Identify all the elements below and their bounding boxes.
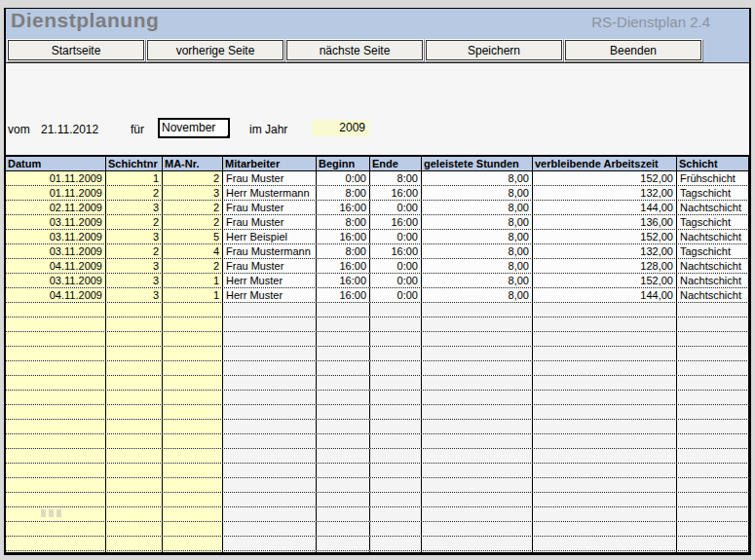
cell-mitarbeiter[interactable] [223, 449, 317, 463]
cell-arbeitszeit[interactable] [533, 405, 677, 419]
cell-arbeitszeit[interactable] [533, 551, 677, 552]
cell-beginn[interactable]: 16:00 [317, 274, 370, 287]
cell-ende[interactable] [370, 507, 422, 521]
cell-schichtnr[interactable] [106, 537, 163, 550]
cell-ma-nr[interactable]: 1 [163, 274, 223, 287]
cell-ende[interactable] [370, 420, 422, 433]
cell-schichtnr[interactable]: 3 [106, 274, 163, 287]
cell-schichtnr[interactable]: 2 [106, 215, 163, 229]
cell-ende[interactable] [370, 522, 422, 536]
cell-stunden[interactable]: 8,00 [422, 288, 533, 302]
cell-arbeitszeit[interactable] [533, 420, 677, 433]
cell-ende[interactable] [370, 391, 422, 404]
cell-schicht[interactable] [677, 478, 749, 492]
table-empty-row[interactable] [6, 464, 749, 478]
cell-ende[interactable] [370, 478, 422, 492]
cell-schichtnr[interactable] [106, 434, 163, 448]
cell-datum[interactable]: 01.11.2009 [6, 186, 106, 200]
cell-arbeitszeit[interactable] [533, 434, 677, 448]
cell-ma-nr[interactable] [163, 522, 223, 536]
cell-ma-nr[interactable] [163, 317, 223, 331]
cell-datum[interactable] [6, 361, 106, 375]
cell-ma-nr[interactable] [163, 464, 223, 477]
table-empty-row[interactable] [6, 391, 749, 405]
cell-schicht[interactable]: Nachtschicht [677, 201, 749, 214]
cell-stunden[interactable] [422, 332, 533, 346]
cell-mitarbeiter[interactable]: Frau Mustermann [223, 244, 317, 258]
cell-mitarbeiter[interactable] [223, 551, 317, 552]
table-empty-row[interactable] [6, 434, 749, 449]
cell-beginn[interactable] [317, 551, 370, 552]
cell-ma-nr[interactable]: 1 [163, 288, 223, 302]
table-row[interactable]: 03.11.2009 2 2 Frau Muster 8:00 16:00 8,… [6, 215, 749, 230]
cell-beginn[interactable] [317, 361, 370, 375]
cell-schicht[interactable] [677, 551, 749, 552]
cell-datum[interactable] [6, 391, 106, 404]
cell-stunden[interactable] [422, 361, 533, 375]
table-empty-row[interactable] [6, 332, 749, 347]
cell-ma-nr[interactable]: 4 [163, 244, 223, 258]
cell-schichtnr[interactable] [106, 464, 163, 477]
cell-ende[interactable] [370, 303, 422, 317]
month-cell[interactable]: November [158, 118, 230, 138]
cell-stunden[interactable] [422, 537, 533, 550]
cell-schicht[interactable] [677, 376, 749, 390]
cell-beginn[interactable] [317, 303, 370, 317]
table-empty-row[interactable] [6, 449, 749, 464]
cell-stunden[interactable] [422, 376, 533, 390]
cell-datum[interactable]: 04.11.2009 [6, 259, 106, 273]
cell-schichtnr[interactable] [106, 405, 163, 419]
cell-schicht[interactable] [677, 464, 749, 477]
cell-schichtnr[interactable] [106, 420, 163, 433]
table-row[interactable]: 03.11.2009 3 5 Herr Beispiel 16:00 0:00 … [6, 230, 749, 244]
cell-datum[interactable] [6, 332, 106, 346]
cell-mitarbeiter[interactable] [223, 420, 317, 433]
cell-mitarbeiter[interactable]: Frau Muster [223, 259, 317, 273]
table-empty-row[interactable] [6, 317, 749, 332]
cell-ma-nr[interactable] [163, 332, 223, 346]
cell-ende[interactable]: 16:00 [370, 244, 422, 258]
cell-ma-nr[interactable] [163, 537, 223, 550]
cell-schicht[interactable] [677, 332, 749, 346]
cell-schichtnr[interactable]: 3 [106, 230, 163, 243]
cell-beginn[interactable] [317, 478, 370, 492]
cell-beginn[interactable] [317, 347, 370, 360]
cell-stunden[interactable] [422, 347, 533, 360]
table-empty-row[interactable] [6, 537, 749, 551]
cell-beginn[interactable]: 16:00 [317, 201, 370, 214]
cell-schicht[interactable] [677, 405, 749, 419]
cell-ende[interactable] [370, 332, 422, 346]
cell-datum[interactable]: 03.11.2009 [6, 244, 106, 258]
cell-beginn[interactable] [317, 449, 370, 463]
cell-beginn[interactable]: 0:00 [317, 171, 370, 185]
cell-mitarbeiter[interactable]: Frau Muster [223, 201, 317, 214]
cell-beginn[interactable] [317, 464, 370, 477]
cell-stunden[interactable]: 8,00 [422, 230, 533, 243]
cell-ma-nr[interactable] [163, 376, 223, 390]
cell-mitarbeiter[interactable] [223, 478, 317, 492]
cell-ma-nr[interactable]: 2 [163, 259, 223, 273]
cell-arbeitszeit[interactable]: 152,00 [533, 230, 677, 243]
cell-stunden[interactable] [422, 551, 533, 552]
cell-schichtnr[interactable] [106, 478, 163, 492]
cell-arbeitszeit[interactable]: 144,00 [533, 288, 677, 302]
cell-ma-nr[interactable] [163, 420, 223, 433]
cell-stunden[interactable]: 8,00 [422, 274, 533, 287]
cell-schicht[interactable] [677, 537, 749, 550]
cell-arbeitszeit[interactable]: 128,00 [533, 259, 677, 273]
cell-stunden[interactable] [422, 405, 533, 419]
cell-stunden[interactable]: 8,00 [422, 244, 533, 258]
cell-mitarbeiter[interactable] [223, 303, 317, 317]
cell-datum[interactable] [6, 464, 106, 477]
table-empty-row[interactable] [6, 376, 749, 391]
cell-schicht[interactable] [677, 434, 749, 448]
table-row[interactable]: 03.11.2009 2 4 Frau Mustermann 8:00 16:0… [6, 244, 749, 259]
cell-stunden[interactable] [422, 522, 533, 536]
cell-arbeitszeit[interactable] [533, 376, 677, 390]
table-row[interactable]: 03.11.2009 3 1 Herr Muster 16:00 0:00 8,… [6, 274, 749, 288]
cell-mitarbeiter[interactable] [223, 522, 317, 536]
cell-ende[interactable] [370, 361, 422, 375]
cell-stunden[interactable]: 8,00 [422, 215, 533, 229]
date-value[interactable]: 21.11.2012 [41, 123, 98, 136]
startseite-button[interactable]: Startseite [8, 40, 144, 60]
